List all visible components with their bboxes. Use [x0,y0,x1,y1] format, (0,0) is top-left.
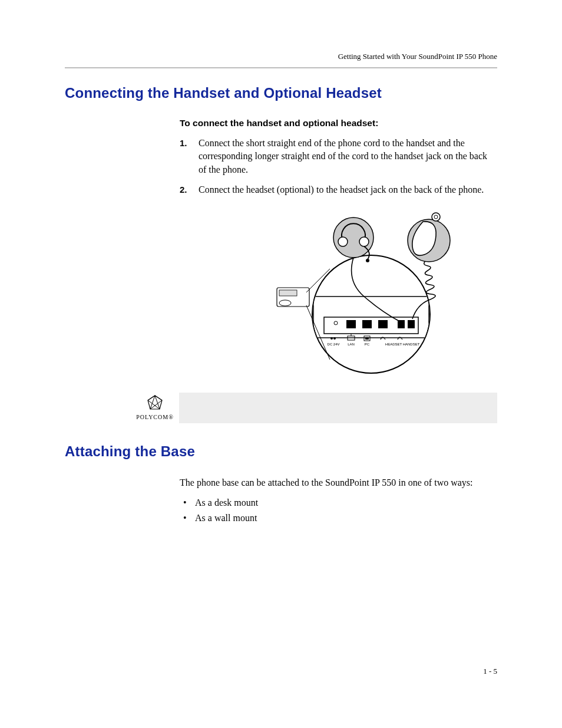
note-bar [179,393,497,423]
svg-point-24 [366,259,369,262]
svg-rect-17 [279,290,297,296]
port-label-dc: DC 24V [327,342,339,346]
step-1: Connect the short straight end of the ph… [180,137,497,176]
section-heading-attaching: Attaching the Base [65,443,497,460]
header-rule [65,67,497,68]
port-label-headset: HEADSET [385,342,402,346]
mount-option-desk: As a desk mount [180,495,497,510]
svg-point-11 [333,337,336,340]
step-2: Connect the headset (optional) to the he… [180,183,497,196]
svg-rect-4 [346,320,356,328]
port-label-pc: PC [365,342,370,346]
running-head: Getting Started with Your SoundPoint IP … [65,52,497,61]
polycom-logo-text: POLYCOM [136,414,168,420]
procedure-subhead: To connect the handset and optional head… [180,118,497,129]
phone-ports-illustration-icon: DC 24V LAN PC HEADSET HANDSET [271,205,459,382]
connection-diagram: DC 24V LAN PC HEADSET HANDSET [271,205,477,384]
svg-rect-8 [408,320,415,328]
page-number: 1 - 5 [483,667,497,676]
polycom-logo-icon [147,395,163,410]
attaching-intro: The phone base can be attached to the So… [180,476,497,489]
svg-rect-15 [365,337,369,340]
polycom-logo: POLYCOM® [131,395,179,420]
svg-rect-6 [378,320,388,328]
mount-options-list: As a desk mount As a wall mount [180,495,497,525]
svg-point-23 [359,237,369,246]
svg-point-27 [434,215,438,219]
port-label-lan: LAN [348,342,355,346]
mount-option-wall: As a wall mount [180,510,497,526]
svg-rect-5 [362,320,372,328]
note-block: POLYCOM® [131,393,497,423]
port-label-handset: HANDSET [403,342,420,346]
svg-point-22 [338,237,348,246]
svg-marker-28 [148,396,162,409]
procedure-steps: Connect the short straight end of the ph… [180,137,497,197]
svg-point-10 [330,337,333,340]
section-heading-connecting: Connecting the Handset and Optional Head… [65,85,497,101]
polycom-reg-mark: ® [168,414,174,420]
